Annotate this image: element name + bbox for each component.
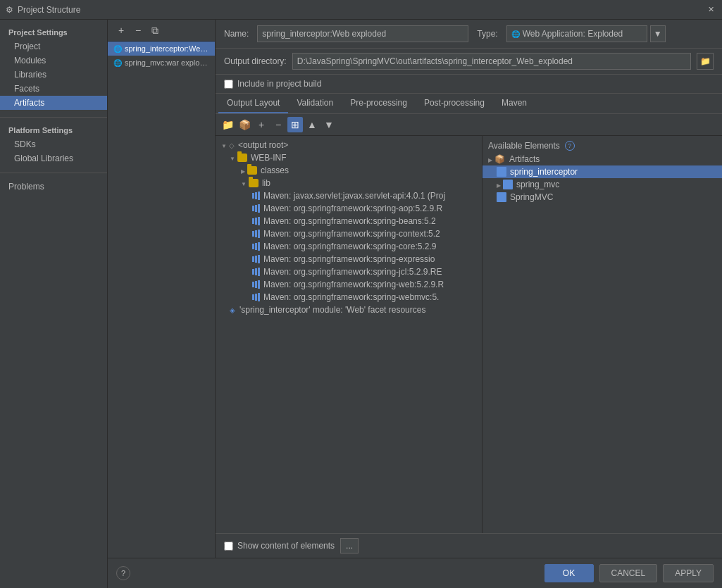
tab-output-layout[interactable]: Output Layout: [218, 94, 288, 113]
expand-classes-icon: [241, 165, 245, 175]
sidebar-item-artifacts[interactable]: Artifacts: [0, 96, 107, 110]
lib-folder-icon: [249, 179, 259, 187]
available-artifacts-icon: 📦: [494, 154, 505, 164]
tree-maven-expression[interactable]: Maven: org.springframework:spring-expres…: [216, 253, 482, 265]
output-remove-button[interactable]: −: [270, 117, 286, 132]
tree-maven-beans[interactable]: Maven: org.springframework:spring-beans:…: [216, 215, 482, 227]
show-content-checkbox[interactable]: [224, 542, 233, 551]
tab-pre-processing[interactable]: Pre-processing: [342, 94, 416, 113]
output-up-button[interactable]: ▲: [304, 117, 320, 132]
sidebar-item-global-libraries[interactable]: Global Libraries: [0, 151, 107, 165]
available-springmvc[interactable]: SpringMVC: [483, 191, 722, 204]
expand-output-root-icon: [221, 140, 227, 150]
available-artifacts-group[interactable]: 📦 Artifacts: [483, 153, 722, 165]
output-create-dir-button[interactable]: 📁: [220, 117, 235, 132]
tree-output-root[interactable]: ◇ <output root>: [216, 139, 482, 151]
title-bar-icon: ⚙: [6, 5, 13, 15]
maven-servlet-icon: [252, 192, 260, 200]
main-container: Project Settings Project Modules Librari…: [0, 20, 722, 588]
type-label: Type:: [477, 29, 497, 39]
dots-button[interactable]: ...: [340, 538, 359, 553]
tree-maven-core[interactable]: Maven: org.springframework:spring-core:5…: [216, 240, 482, 253]
two-panels: ◇ <output root> WEB-INF: [216, 136, 722, 533]
artifact-list-item-web-exploded[interactable]: 🌐 spring_interceptor:Web ex: [108, 42, 215, 56]
title-bar-title: ⚙ Project Structure: [6, 5, 80, 15]
tree-maven-servlet[interactable]: Maven: javax.servlet:javax.servlet-api:4…: [216, 189, 482, 202]
tabs-bar: Output Layout Validation Pre-processing …: [216, 94, 722, 114]
tree-maven-context[interactable]: Maven: org.springframework:spring-contex…: [216, 227, 482, 240]
name-type-row: Name: Type: 🌐 Web Application: Exploded …: [216, 20, 722, 49]
output-tree-panel: ◇ <output root> WEB-INF: [216, 136, 483, 533]
available-elements-panel: Available Elements ? 📦 Artifacts spring: [483, 136, 722, 533]
war-exploded-icon: 🌐: [113, 59, 122, 67]
tree-maven-webmvc[interactable]: Maven: org.springframework:spring-webmvc…: [216, 291, 482, 304]
ok-button[interactable]: OK: [544, 564, 594, 582]
output-layout-toolbar: 📁 📦 + − ⊞ ▲ ▼: [216, 114, 722, 136]
tab-maven[interactable]: Maven: [493, 94, 535, 113]
tab-validation[interactable]: Validation: [288, 94, 342, 113]
output-sort-button[interactable]: ⊞: [287, 117, 303, 132]
sidebar: Project Settings Project Modules Librari…: [0, 20, 108, 588]
available-elements-info-icon: ?: [565, 141, 575, 151]
tree-lib[interactable]: lib: [216, 177, 482, 189]
artifact-list-item-war-exploded[interactable]: 🌐 spring_mvc:war exploded: [108, 56, 215, 70]
tree-classes[interactable]: classes: [216, 164, 482, 177]
include-in-build-checkbox[interactable]: [224, 80, 233, 89]
sidebar-item-sdks[interactable]: SDKs: [0, 137, 107, 151]
output-down-button[interactable]: ▼: [321, 117, 337, 132]
footer-left: ?: [116, 566, 539, 580]
maven-core-icon: [252, 242, 260, 251]
classes-folder-icon: [247, 166, 257, 175]
artifact-list: + − ⧉ 🌐 spring_interceptor:Web ex 🌐 spri…: [108, 20, 216, 558]
web-app-icon: 🌐: [511, 30, 520, 38]
cancel-button[interactable]: CANCEL: [599, 564, 658, 582]
type-display: 🌐 Web Application: Exploded: [506, 25, 647, 42]
expand-lib-icon: [241, 178, 247, 188]
output-root-icon: ◇: [229, 142, 235, 149]
output-layout-area: 📁 📦 + − ⊞ ▲ ▼: [216, 114, 722, 558]
maven-webmvc-icon: [252, 293, 260, 301]
output-extract-button[interactable]: 📦: [237, 117, 252, 132]
facet-resources-icon: ◈: [230, 306, 235, 314]
apply-button[interactable]: APPLY: [663, 564, 714, 582]
output-add-button[interactable]: +: [254, 117, 269, 132]
sidebar-item-modules[interactable]: Modules: [0, 54, 107, 68]
output-dir-input[interactable]: [292, 53, 691, 70]
sidebar-item-facets[interactable]: Facets: [0, 82, 107, 96]
tab-post-processing[interactable]: Post-processing: [416, 94, 493, 113]
project-settings-label: Project Settings: [0, 23, 107, 39]
expand-available-artifacts-icon: [488, 154, 492, 164]
type-dropdown-button[interactable]: ▼: [650, 25, 666, 42]
copy-artifact-button[interactable]: ⧉: [147, 23, 163, 38]
bottom-area: Show content of elements ...: [216, 533, 722, 558]
type-select-wrapper: 🌐 Web Application: Exploded ▼: [506, 25, 666, 42]
include-in-build-row: Include in project build: [216, 75, 722, 94]
maven-web-icon: [252, 280, 260, 289]
available-spring-interceptor[interactable]: spring_interceptor: [483, 165, 722, 178]
expand-web-inf-icon: [230, 153, 235, 163]
add-artifact-button[interactable]: +: [113, 23, 129, 38]
tree-web-inf[interactable]: WEB-INF: [216, 151, 482, 164]
dialog-footer: ? OK CANCEL APPLY: [108, 558, 722, 588]
close-button[interactable]: ✕: [705, 4, 716, 15]
tree-maven-web[interactable]: Maven: org.springframework:spring-web:5.…: [216, 278, 482, 291]
available-spring-mvc[interactable]: spring_mvc: [483, 178, 722, 191]
tree-facet-resources[interactable]: ◈ 'spring_interceptor' module: 'Web' fac…: [216, 304, 482, 316]
sidebar-item-libraries[interactable]: Libraries: [0, 68, 107, 82]
platform-settings-label: Platform Settings: [0, 120, 107, 137]
sidebar-item-problems[interactable]: Problems: [0, 176, 107, 194]
artifact-list-toolbar: + − ⧉: [108, 20, 215, 42]
show-content-label: Show content of elements: [224, 541, 335, 551]
expand-spring-mvc-icon: [497, 180, 501, 189]
remove-artifact-button[interactable]: −: [130, 23, 146, 38]
panels: + − ⧉ 🌐 spring_interceptor:Web ex 🌐 spri…: [108, 20, 722, 558]
tree-maven-jcl[interactable]: Maven: org.springframework:spring-jcl:5.…: [216, 265, 482, 278]
content-area: + − ⧉ 🌐 spring_interceptor:Web ex 🌐 spri…: [108, 20, 722, 588]
name-input[interactable]: [257, 25, 468, 42]
tree-maven-aop[interactable]: Maven: org.springframework:spring-aop:5.…: [216, 202, 482, 215]
maven-context-icon: [252, 230, 260, 238]
browse-folder-button[interactable]: 📁: [697, 53, 714, 70]
sidebar-item-project[interactable]: Project: [0, 39, 107, 54]
output-dir-row: Output directory: 📁: [216, 49, 722, 75]
help-button[interactable]: ?: [116, 566, 130, 580]
